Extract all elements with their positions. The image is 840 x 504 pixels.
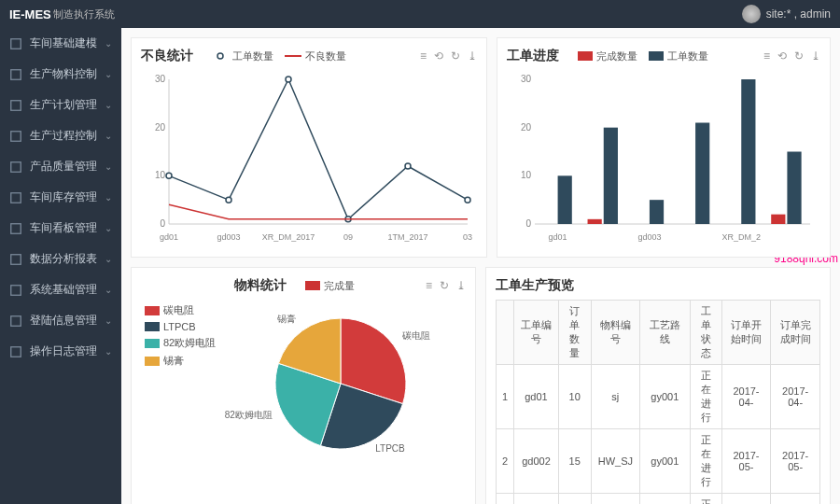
col-header[interactable]: 订单数量 [558, 301, 591, 365]
svg-rect-6 [11, 223, 21, 233]
col-header[interactable]: 订单开始时间 [721, 301, 771, 365]
col-header[interactable]: 工艺路线 [640, 301, 691, 365]
panel-title: 工单生产预览 [496, 277, 574, 294]
svg-rect-0 [11, 38, 21, 49]
panel-tools: ≡↻⤓ [426, 279, 466, 292]
tool-icon[interactable]: ≡ [426, 279, 432, 292]
svg-text:LTPCB: LTPCB [375, 443, 405, 454]
sidebar-item[interactable]: 生产过程控制⌄ [0, 120, 121, 151]
svg-rect-1 [11, 69, 21, 79]
svg-point-11 [217, 53, 223, 59]
sidebar-item[interactable]: 生产物料控制⌄ [0, 59, 121, 90]
legend-item: 不良数量 [285, 49, 346, 63]
tool-icon[interactable]: ↻ [451, 49, 460, 63]
svg-text:gd01: gd01 [549, 232, 567, 242]
tool-icon[interactable]: ↻ [794, 49, 804, 63]
sidebar-item[interactable]: 登陆信息管理⌄ [0, 305, 121, 336]
panel-tools: ≡⟲↻⤓ [763, 49, 820, 63]
sidebar-item[interactable]: 车间基础建模⌄ [0, 28, 121, 59]
sidebar-item[interactable]: 操作日志管理⌄ [0, 336, 121, 367]
menu-icon [9, 284, 22, 297]
chart-material: 碳电阻LTPCB82欧姆电阻锡膏 [219, 300, 462, 458]
sidebar-item-label: 操作日志管理 [30, 343, 97, 359]
sidebar-item-label: 车间库存管理 [30, 189, 97, 205]
sidebar-item-label: 系统基础管理 [30, 282, 97, 298]
sidebar-item-label: 生产物料控制 [30, 66, 97, 82]
sidebar-item[interactable]: 数据分析报表⌄ [0, 244, 121, 274]
chart-defect: 0102030gd01gd003XR_DM_2017091TM_201703 [141, 70, 477, 247]
svg-text:20: 20 [521, 122, 532, 133]
svg-text:锡膏: 锡膏 [276, 314, 296, 324]
sidebar-item-label: 生产计划管理 [30, 97, 97, 113]
panel-progress: 工单进度 完成数量工单数量 ≡⟲↻⤓ 0102030gd01gd003XR_DM… [497, 37, 831, 258]
table-row[interactable]: 2gd00215HW_SJgy001正在进行2017-05-2017-05- [497, 429, 820, 494]
panel-title: 物料统计 [234, 277, 287, 294]
menu-icon [9, 191, 22, 204]
svg-text:30: 30 [521, 74, 532, 84]
svg-rect-40 [771, 215, 785, 224]
svg-text:82欧姆电阻: 82欧姆电阻 [225, 410, 273, 420]
table-row[interactable]: 1gd0110sjgy001正在进行2017-04-2017-04- [497, 365, 820, 429]
legend-item: 完成数量 [578, 49, 637, 63]
svg-text:0: 0 [160, 218, 165, 229]
legend-item: 工单数量 [649, 49, 708, 63]
svg-text:20: 20 [155, 122, 166, 133]
legend-item: 锡膏 [145, 354, 216, 368]
preview-table: 工单编号订单数量物料编号工艺路线工单状态订单开始时间订单完成时间1gd0110s… [496, 300, 820, 504]
chevron-down-icon: ⌄ [105, 161, 112, 172]
tool-icon[interactable]: ⟲ [777, 49, 787, 63]
table-row[interactable]: 3gd00321HW_SJgy001正在进行2017-05-2017-05- [497, 494, 820, 505]
menu-icon [9, 161, 22, 174]
panel-defect: 不良统计 工单数量不良数量 ≡⟲↻⤓ 0102030gd01gd003XR_DM… [131, 37, 487, 258]
svg-rect-3 [11, 131, 21, 141]
sidebar: 车间基础建模⌄生产物料控制⌄生产计划管理⌄生产过程控制⌄产品质量管理⌄车间库存管… [0, 28, 121, 504]
tool-icon[interactable]: ⤓ [456, 279, 466, 292]
svg-rect-7 [11, 254, 21, 264]
col-header[interactable]: 工单状态 [690, 301, 721, 365]
svg-rect-43 [650, 200, 664, 224]
svg-rect-9 [11, 315, 21, 326]
app-header: IE-MES 制造执行系统 site:* , admin [0, 0, 840, 28]
svg-text:XR_DM_2: XR_DM_2 [721, 232, 761, 242]
legend-defect: 工单数量不良数量 [212, 49, 346, 63]
sidebar-item-label: 产品质量管理 [30, 159, 97, 175]
svg-text:03: 03 [463, 232, 472, 242]
sidebar-item[interactable]: 车间库存管理⌄ [0, 182, 121, 213]
tool-icon[interactable]: ≡ [763, 49, 770, 63]
svg-text:1TM_2017: 1TM_2017 [387, 232, 427, 242]
menu-icon [9, 345, 22, 358]
svg-text:10: 10 [521, 170, 532, 180]
legend-item: LTPCB [145, 321, 216, 332]
chevron-down-icon: ⌄ [105, 346, 112, 357]
col-header[interactable]: 物料编号 [591, 301, 639, 365]
svg-rect-44 [695, 123, 709, 225]
sidebar-item[interactable]: 产品质量管理⌄ [0, 151, 121, 182]
tool-icon[interactable]: ⤓ [468, 49, 477, 63]
tool-icon[interactable]: ⟲ [434, 49, 443, 63]
sidebar-item-label: 登陆信息管理 [30, 313, 97, 329]
chevron-down-icon: ⌄ [105, 315, 112, 326]
svg-point-27 [286, 77, 291, 82]
col-header[interactable] [497, 301, 514, 365]
col-header[interactable]: 订单完成时间 [771, 301, 820, 365]
svg-text:gd003: gd003 [637, 232, 661, 242]
svg-rect-8 [11, 285, 21, 295]
chevron-down-icon: ⌄ [105, 131, 112, 141]
chevron-down-icon: ⌄ [105, 100, 112, 110]
sidebar-item[interactable]: 生产计划管理⌄ [0, 90, 121, 120]
legend-material: 完成量 [305, 279, 355, 293]
tool-icon[interactable]: ≡ [420, 49, 427, 63]
svg-text:10: 10 [155, 170, 166, 180]
svg-rect-2 [11, 100, 21, 110]
user-label[interactable]: site:* , admin [766, 7, 831, 21]
sidebar-item[interactable]: 车间看板管理⌄ [0, 213, 121, 244]
col-header[interactable]: 工单编号 [514, 301, 559, 365]
svg-text:碳电阻: 碳电阻 [402, 330, 431, 341]
svg-text:30: 30 [155, 74, 166, 84]
tool-icon[interactable]: ⤓ [811, 49, 820, 63]
avatar[interactable] [742, 5, 761, 23]
tool-icon[interactable]: ↻ [440, 279, 449, 292]
svg-point-29 [405, 163, 411, 169]
svg-rect-10 [11, 346, 21, 357]
sidebar-item[interactable]: 系统基础管理⌄ [0, 274, 121, 305]
